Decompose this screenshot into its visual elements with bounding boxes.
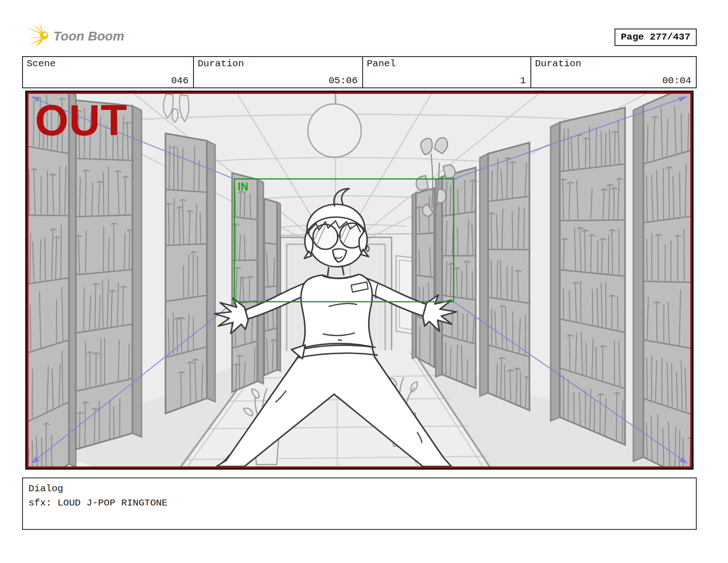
storyboard-page: Toon Boom Page 277/437 Scene 046 Duratio… — [0, 0, 728, 563]
character-torso — [301, 275, 373, 348]
bookshelf-part — [551, 122, 560, 421]
info-cell-scene: Scene 046 — [23, 57, 193, 87]
scene-duration-value: 05:06 — [329, 75, 358, 86]
bookshelf-part — [132, 106, 142, 437]
sweat-drop — [367, 246, 370, 252]
bookshelf-part — [69, 94, 76, 466]
dialog-text: sfx: LOUD J-POP RINGTONE — [28, 496, 690, 510]
bookshelf-part — [633, 105, 643, 461]
bookshelf-part — [560, 108, 625, 445]
dialog-label: Dialog — [28, 482, 690, 496]
panel-duration-value: 00:04 — [662, 75, 691, 86]
bookshelf-part — [257, 179, 263, 384]
dialog-box: Dialog sfx: LOUD J-POP RINGTONE — [22, 477, 697, 530]
panel-duration-label: Duration — [535, 58, 581, 69]
storyboard-panel-border: IN OUT — [27, 92, 692, 468]
toonboom-logo-icon — [24, 23, 48, 48]
scene-label: Scene — [27, 58, 56, 69]
info-cell-panel-duration: Duration 00:04 — [530, 57, 696, 87]
bookshelf-part — [480, 154, 488, 396]
bookshelf-part — [165, 133, 207, 414]
camera-out-label: OUT — [35, 96, 127, 144]
panel-value: 1 — [520, 75, 526, 86]
page-number-box: Page 277/437 — [614, 29, 697, 46]
camera-in-label: IN — [238, 181, 248, 193]
scene-duration-label: Duration — [198, 58, 244, 69]
bookshelf-part — [442, 167, 476, 388]
scene-value: 046 — [171, 75, 188, 86]
storyboard-panel-drawing: IN OUT — [28, 94, 690, 466]
toonboom-logo-text: Toon Boom — [53, 29, 124, 43]
toonboom-logo: Toon Boom — [24, 23, 153, 50]
storyboard-panel-frame: IN OUT — [25, 91, 694, 470]
panel-label: Panel — [367, 58, 396, 69]
shot-info-table: Scene 046 Duration 05:06 Panel 1 Duratio… — [22, 56, 697, 88]
bookshelf-part — [207, 141, 215, 402]
info-cell-scene-duration: Duration 05:06 — [193, 57, 362, 87]
info-cell-panel: Panel 1 — [362, 57, 530, 87]
